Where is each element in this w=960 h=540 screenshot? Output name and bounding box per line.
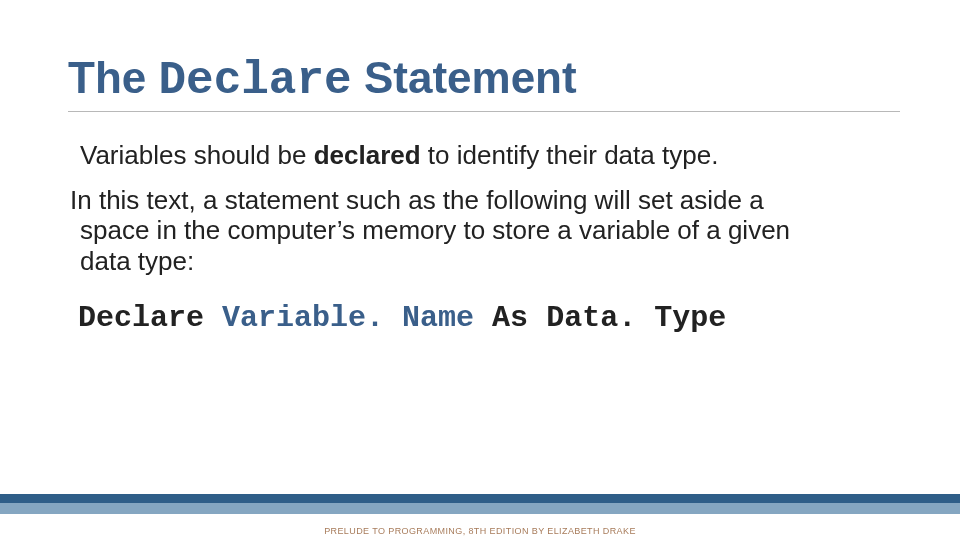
p1-post: to identify their data type. [421,140,719,170]
title-suffix: Statement [352,53,577,102]
title-prefix: The [68,53,158,102]
paragraph-2: In this text, a statement such as the fo… [80,185,820,277]
footer-band [0,494,960,514]
slide-body: Variables should be declared to identify… [80,140,820,336]
code-variable-name: Variable. Name [222,301,474,335]
title-mono-keyword: Declare [158,55,351,107]
code-datatype: Data. Type [546,301,726,335]
code-keyword-declare: Declare [78,301,204,335]
slide-title: The Declare Statement [68,55,900,112]
footer-text: PRELUDE TO PROGRAMMING, 8TH EDITION BY E… [0,526,960,536]
slide: The Declare Statement Variables should b… [0,0,960,540]
p1-bold: declared [314,140,421,170]
code-example: Declare Variable. Name As Data. Type [78,301,820,336]
p1-pre: Variables should be [80,140,314,170]
paragraph-1: Variables should be declared to identify… [80,140,820,171]
code-keyword-as: As [492,301,528,335]
